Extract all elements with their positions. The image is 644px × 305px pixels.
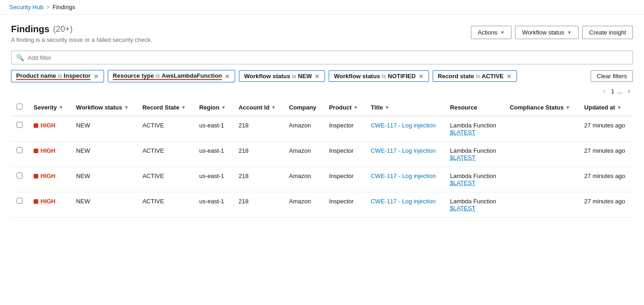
table-row: HIGH NEW ACTIVE us-east-1 218 Amazon Ins… <box>11 167 633 192</box>
page-title-area: Findings (20+) A finding is a security i… <box>11 24 152 43</box>
table-wrap: Severity ▼ Workflow status ▼ Record Stat… <box>11 99 633 218</box>
table-row: HIGH NEW ACTIVE us-east-1 218 Amazon Ins… <box>11 142 633 167</box>
row-updated-at: 27 minutes ago <box>579 192 633 218</box>
row-workflow-status: NEW <box>70 192 137 218</box>
filter-workflow-new-close[interactable]: ✕ <box>314 73 320 80</box>
table-header-row: Severity ▼ Workflow status ▼ Record Stat… <box>11 99 633 116</box>
row-title[interactable]: CWE-117 - Log injection <box>365 116 444 142</box>
row-product: Inspector <box>324 192 366 218</box>
row-title-link[interactable]: CWE-117 - Log injection <box>371 122 435 129</box>
sort-icon-product: ▼ <box>354 105 358 110</box>
row-title-link[interactable]: CWE-117 - Log injection <box>371 173 435 179</box>
th-updated-at: Updated at ▼ <box>579 99 633 116</box>
resource-id[interactable]: $LATEST <box>450 205 499 212</box>
severity-dot <box>34 149 38 153</box>
row-company: Amazon <box>284 192 324 218</box>
row-resource: Lambda Function $LATEST <box>445 116 505 142</box>
row-account-id: 218 <box>233 167 284 192</box>
row-record-state: ACTIVE <box>137 192 193 218</box>
th-region: Region ▼ <box>194 99 233 116</box>
row-region: us-east-1 <box>194 116 233 142</box>
th-record-state: Record State ▼ <box>137 99 193 116</box>
row-updated-at: 27 minutes ago <box>579 167 633 192</box>
sort-icon-severity: ▼ <box>59 105 64 110</box>
workflow-status-button[interactable]: Workflow status ▼ <box>515 26 578 39</box>
row-checkbox-3[interactable] <box>17 198 23 204</box>
resource-type: Lambda Function <box>450 122 499 129</box>
row-account-id: 218 <box>233 192 284 218</box>
filter-record-state-close[interactable]: ✕ <box>506 73 512 80</box>
resource-type: Lambda Function <box>450 147 499 154</box>
row-compliance-status <box>504 192 579 218</box>
row-title-link[interactable]: CWE-117 - Log injection <box>371 147 435 154</box>
select-all-checkbox[interactable] <box>17 104 23 109</box>
clear-filters-button[interactable]: Clear filters <box>591 70 633 82</box>
row-title[interactable]: CWE-117 - Log injection <box>365 192 444 218</box>
resource-id[interactable]: $LATEST <box>450 154 499 161</box>
row-severity: HIGH <box>28 142 70 167</box>
row-region: us-east-1 <box>194 192 233 218</box>
row-severity: HIGH <box>28 116 70 142</box>
row-product: Inspector <box>324 116 366 142</box>
filter-resource-type: Resource type is AwsLambdaFunction ✕ <box>108 70 235 82</box>
workflow-status-dropdown-icon: ▼ <box>567 30 572 35</box>
row-updated-at: 27 minutes ago <box>579 142 633 167</box>
row-account-id: 218 <box>233 116 284 142</box>
actions-button[interactable]: Actions ▼ <box>471 26 512 39</box>
row-product: Inspector <box>324 167 366 192</box>
row-company: Amazon <box>284 116 324 142</box>
filter-product-name-close[interactable]: ✕ <box>93 73 99 80</box>
resource-id[interactable]: $LATEST <box>450 129 499 136</box>
row-company: Amazon <box>284 142 324 167</box>
row-workflow-status: NEW <box>70 167 137 192</box>
page-title-text: Findings <box>11 24 49 35</box>
pagination-row: ‹ 1 ... › <box>11 86 633 96</box>
row-title[interactable]: CWE-117 - Log injection <box>365 167 444 192</box>
row-checkbox-1[interactable] <box>17 147 23 153</box>
row-severity: HIGH <box>28 192 70 218</box>
pagination-next-button[interactable]: › <box>625 86 633 96</box>
th-product: Product ▼ <box>324 99 366 116</box>
table-row: HIGH NEW ACTIVE us-east-1 218 Amazon Ins… <box>11 116 633 142</box>
th-company: Company <box>284 99 324 116</box>
filter-workflow-notified-close[interactable]: ✕ <box>418 73 424 80</box>
breadcrumb: Security Hub > Findings <box>0 0 644 15</box>
severity-label: HIGH <box>41 198 56 205</box>
sort-icon-updated: ▼ <box>617 105 621 110</box>
breadcrumb-home-link[interactable]: Security Hub <box>9 4 43 11</box>
search-bar: 🔍 <box>11 51 633 64</box>
sort-icon-title: ▼ <box>385 105 389 110</box>
filter-product-name: Product name is Inspector ✕ <box>11 70 104 82</box>
search-input[interactable] <box>28 54 628 61</box>
row-checkbox-cell <box>11 116 28 142</box>
row-checkbox-2[interactable] <box>17 173 23 178</box>
breadcrumb-separator: > <box>46 4 50 11</box>
th-severity: Severity ▼ <box>28 99 70 116</box>
row-resource: Lambda Function $LATEST <box>445 167 505 192</box>
severity-label: HIGH <box>41 173 56 179</box>
filter-workflow-notified: Workflow status is NOTIFIED ✕ <box>329 70 429 82</box>
main-content: Findings (20+) A finding is a security i… <box>0 15 644 305</box>
th-resource: Resource <box>445 99 505 116</box>
sort-icon-region: ▼ <box>221 105 226 110</box>
row-region: us-east-1 <box>194 142 233 167</box>
page-title: Findings (20+) <box>11 24 152 35</box>
row-title[interactable]: CWE-117 - Log injection <box>365 142 444 167</box>
row-record-state: ACTIVE <box>137 142 193 167</box>
create-insight-button[interactable]: Create insight <box>582 26 633 39</box>
severity-label: HIGH <box>41 147 56 154</box>
row-region: us-east-1 <box>194 167 233 192</box>
filter-resource-type-close[interactable]: ✕ <box>225 73 230 80</box>
filters-row: Product name is Inspector ✕ Resource typ… <box>11 70 633 82</box>
row-title-link[interactable]: CWE-117 - Log injection <box>371 198 435 205</box>
resource-id[interactable]: $LATEST <box>450 179 499 186</box>
header-actions: Actions ▼ Workflow status ▼ Create insig… <box>471 26 633 39</box>
resource-type: Lambda Function <box>450 173 499 179</box>
sort-icon-compliance: ▼ <box>565 105 570 110</box>
th-workflow-status: Workflow status ▼ <box>70 99 137 116</box>
row-compliance-status <box>504 116 579 142</box>
pagination-prev-button[interactable]: ‹ <box>600 86 608 96</box>
row-checkbox-cell <box>11 142 28 167</box>
row-checkbox-0[interactable] <box>17 122 23 128</box>
row-checkbox-cell <box>11 192 28 218</box>
